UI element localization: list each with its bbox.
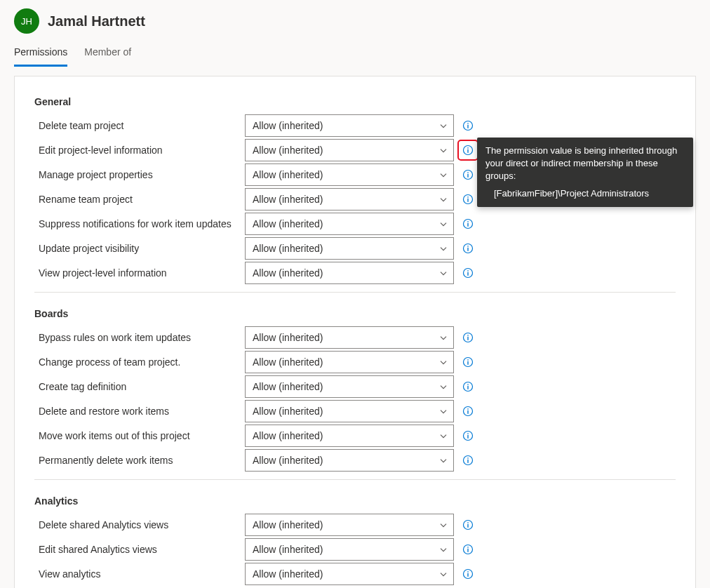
- perm-value: Allow (inherited): [253, 194, 323, 205]
- section-title-general: General: [34, 92, 676, 113]
- perm-select[interactable]: Allow (inherited): [245, 449, 454, 472]
- perm-value: Allow (inherited): [253, 519, 323, 530]
- info-icon[interactable]: [460, 117, 476, 134]
- tab-permissions[interactable]: Permissions: [14, 39, 67, 67]
- chevron-down-icon: [439, 545, 448, 554]
- svg-rect-44: [467, 547, 468, 547]
- chevron-down-icon: [439, 121, 448, 130]
- perm-row: View project-level information Allow (in…: [34, 260, 676, 285]
- svg-rect-17: [467, 246, 468, 246]
- info-icon[interactable]: [460, 427, 476, 444]
- svg-rect-11: [467, 196, 468, 197]
- chevron-down-icon: [439, 570, 448, 578]
- perm-select[interactable]: Allow (inherited): [245, 114, 454, 137]
- perm-row: Delete shared Analytics views Allow (inh…: [34, 512, 676, 537]
- perm-row: Suppress notifications for work item upd…: [34, 211, 676, 236]
- perm-select[interactable]: Allow (inherited): [245, 514, 454, 536]
- section-analytics: Analytics Delete shared Analytics views …: [34, 487, 676, 588]
- perm-value: Allow (inherited): [253, 169, 323, 180]
- perm-row: Edit shared Analytics views Allow (inher…: [34, 537, 676, 561]
- info-icon[interactable]: [460, 191, 476, 208]
- svg-rect-31: [467, 410, 468, 413]
- svg-rect-46: [467, 573, 468, 576]
- perm-value: Allow (inherited): [253, 568, 323, 580]
- svg-rect-23: [467, 335, 468, 335]
- perm-select[interactable]: Allow (inherited): [245, 213, 454, 235]
- user-name: Jamal Hartnett: [48, 13, 145, 29]
- chevron-down-icon: [439, 220, 448, 228]
- info-icon[interactable]: [460, 516, 476, 533]
- perm-value: Allow (inherited): [253, 455, 323, 466]
- svg-rect-2: [467, 123, 468, 123]
- info-icon[interactable]: [460, 329, 476, 346]
- perm-select[interactable]: Allow (inherited): [245, 538, 454, 561]
- perm-select[interactable]: Allow (inherited): [245, 326, 454, 349]
- svg-rect-28: [467, 385, 468, 389]
- chevron-down-icon: [439, 432, 448, 440]
- perm-select[interactable]: Allow (inherited): [245, 425, 454, 447]
- svg-rect-5: [467, 147, 468, 148]
- perm-label: View project-level information: [34, 263, 245, 283]
- info-icon[interactable]: [460, 166, 476, 183]
- perm-row: Update project visibility Allow (inherit…: [34, 236, 676, 260]
- perm-select[interactable]: Allow (inherited): [245, 237, 454, 260]
- info-icon[interactable]: [460, 566, 476, 582]
- perm-row: Permanently delete work items Allow (inh…: [34, 448, 676, 472]
- perm-value: Allow (inherited): [253, 406, 323, 417]
- perm-select[interactable]: Allow (inherited): [245, 139, 454, 161]
- perm-label: Edit project-level information: [34, 140, 245, 160]
- perm-label: Create tag definition: [34, 377, 245, 396]
- chevron-down-icon: [439, 244, 448, 253]
- tooltip: The permission value is being inherited …: [477, 138, 693, 207]
- perm-label: Delete shared Analytics views: [34, 515, 245, 535]
- perm-label: Move work items out of this project: [34, 426, 245, 446]
- perm-value: Allow (inherited): [253, 381, 323, 392]
- perm-label: Suppress notifications for work item upd…: [34, 214, 245, 234]
- info-icon[interactable]: [460, 215, 476, 232]
- perm-value: Allow (inherited): [253, 267, 323, 279]
- info-icon[interactable]: [460, 265, 476, 281]
- section-title-boards: Boards: [34, 304, 676, 325]
- svg-rect-37: [467, 459, 468, 462]
- perm-select[interactable]: Allow (inherited): [245, 351, 454, 373]
- svg-rect-1: [467, 124, 468, 128]
- perm-label: Bypass rules on work item updates: [34, 328, 245, 347]
- svg-rect-7: [467, 173, 468, 177]
- perm-row: View analytics Allow (inherited): [34, 561, 676, 586]
- perm-select[interactable]: Allow (inherited): [245, 375, 454, 398]
- perm-label: Delete team project: [34, 116, 245, 135]
- chevron-down-icon: [439, 407, 448, 415]
- tab-member-of[interactable]: Member of: [84, 39, 131, 67]
- user-header: JH Jamal Hartnett: [0, 0, 710, 39]
- info-icon[interactable]: [460, 541, 476, 558]
- perm-select[interactable]: Allow (inherited): [245, 188, 454, 211]
- perm-row: Delete and restore work items Allow (inh…: [34, 399, 676, 423]
- chevron-down-icon: [439, 195, 448, 203]
- svg-rect-25: [467, 361, 468, 364]
- chevron-down-icon: [439, 521, 448, 529]
- info-icon[interactable]: [460, 240, 476, 257]
- chevron-down-icon: [439, 456, 448, 465]
- perm-row: Delete team project Allow (inherited): [34, 113, 676, 138]
- svg-rect-13: [467, 222, 468, 226]
- perm-label: Change process of team project.: [34, 352, 245, 372]
- section-title-analytics: Analytics: [34, 491, 676, 512]
- perm-select[interactable]: Allow (inherited): [245, 163, 454, 186]
- svg-rect-14: [467, 221, 468, 222]
- info-icon[interactable]: [460, 378, 476, 395]
- section-boards: Boards Bypass rules on work item updates…: [34, 300, 676, 480]
- info-icon[interactable]: [460, 142, 476, 159]
- perm-select[interactable]: Allow (inherited): [245, 563, 454, 585]
- perm-label: View analytics: [34, 564, 245, 584]
- svg-rect-41: [467, 522, 468, 523]
- svg-rect-8: [467, 172, 468, 173]
- info-icon[interactable]: [460, 452, 476, 469]
- perm-select[interactable]: Allow (inherited): [245, 400, 454, 422]
- info-icon[interactable]: [460, 403, 476, 420]
- info-icon[interactable]: [460, 354, 476, 370]
- svg-rect-29: [467, 384, 468, 385]
- perm-value: Allow (inherited): [253, 218, 323, 229]
- perm-select[interactable]: Allow (inherited): [245, 262, 454, 284]
- perm-value: Allow (inherited): [253, 544, 323, 555]
- chevron-down-icon: [439, 269, 448, 277]
